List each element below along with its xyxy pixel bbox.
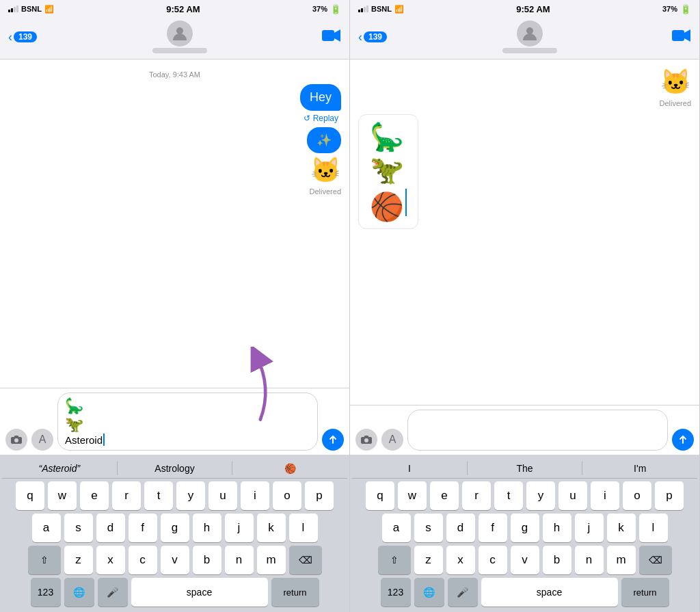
key-e-left[interactable]: e [80, 481, 109, 510]
key-o-right[interactable]: o [623, 481, 651, 510]
key-f-left[interactable]: f [129, 514, 157, 542]
app-button-right[interactable]: A [381, 429, 403, 451]
key-123-left[interactable]: 123 [31, 578, 61, 607]
key-shift-right[interactable]: ⇧ [378, 546, 411, 574]
key-r-right[interactable]: r [462, 481, 491, 510]
key-v-left[interactable]: v [161, 546, 189, 574]
video-call-button-left[interactable] [322, 29, 341, 46]
key-s-left[interactable]: s [64, 514, 93, 542]
key-p-left[interactable]: p [305, 481, 334, 510]
back-badge-left[interactable]: 139 [14, 31, 37, 42]
key-backspace-left[interactable]: ⌫ [289, 546, 322, 574]
key-space-left[interactable]: space [131, 578, 268, 607]
key-m-left[interactable]: m [257, 546, 286, 574]
key-e-right[interactable]: e [430, 481, 459, 510]
autocorrect-3-left[interactable]: 🏀 [232, 462, 347, 475]
key-r-left[interactable]: r [112, 481, 141, 510]
key-k-left[interactable]: k [257, 514, 286, 542]
video-call-button-right[interactable] [672, 29, 691, 46]
wifi-icon: 📶 [44, 5, 54, 14]
key-t-left[interactable]: t [144, 481, 173, 510]
key-u-right[interactable]: u [558, 481, 587, 510]
key-q-right[interactable]: q [366, 481, 394, 510]
key-space-right[interactable]: space [481, 578, 618, 607]
key-return-left[interactable]: return [271, 578, 319, 607]
key-globe-right[interactable]: 🌐 [414, 578, 444, 607]
key-q-left[interactable]: q [16, 481, 44, 510]
input-text-left[interactable]: Asteroid [65, 434, 310, 446]
back-button-left[interactable]: ‹ 139 [8, 30, 37, 44]
autocorrect-1-left[interactable]: “Asteroid” [2, 462, 118, 475]
key-j-right[interactable]: j [575, 514, 604, 542]
input-emoji-left: 🦕🦖 [65, 397, 310, 434]
autocorrect-1-right[interactable]: I [352, 462, 468, 475]
key-i-left[interactable]: i [241, 481, 269, 510]
key-n-left[interactable]: n [225, 546, 254, 574]
key-globe-left[interactable]: 🌐 [64, 578, 94, 607]
autocorrect-2-left[interactable]: Astrology [118, 462, 233, 475]
key-u-left[interactable]: u [208, 481, 237, 510]
send-button-right[interactable] [672, 429, 694, 451]
key-z-right[interactable]: z [414, 546, 443, 574]
camera-button-right[interactable] [355, 429, 377, 451]
message-input-right[interactable] [407, 410, 668, 451]
key-j-left[interactable]: j [225, 514, 254, 542]
key-n-right[interactable]: n [575, 546, 604, 574]
key-h-right[interactable]: h [543, 514, 571, 542]
key-a-left[interactable]: a [32, 514, 61, 542]
key-x-right[interactable]: x [446, 546, 475, 574]
battery-icon-right: 🔋 [680, 4, 691, 14]
bubble-effect [307, 127, 341, 153]
app-button-left[interactable]: A [31, 429, 53, 451]
back-button-right[interactable]: ‹ 139 [358, 30, 387, 44]
key-y-right[interactable]: y [526, 481, 555, 510]
key-l-left[interactable]: l [289, 514, 318, 542]
key-w-left[interactable]: w [48, 481, 77, 510]
key-shift-left[interactable]: ⇧ [28, 546, 61, 574]
camera-button-left[interactable] [5, 429, 27, 451]
replay-label[interactable]: ↺ Replay [8, 114, 341, 123]
key-y-left[interactable]: y [176, 481, 205, 510]
key-g-left[interactable]: g [161, 514, 189, 542]
key-b-left[interactable]: b [193, 546, 221, 574]
key-d-left[interactable]: d [96, 514, 125, 542]
key-l-right[interactable]: l [639, 514, 668, 542]
avatar-left [167, 21, 193, 46]
message-input-left[interactable]: 🦕🦖 Asteroid [57, 393, 318, 451]
contact-info-left[interactable] [152, 21, 207, 53]
back-badge-right[interactable]: 139 [364, 31, 387, 42]
key-c-right[interactable]: c [479, 546, 507, 574]
key-x-left[interactable]: x [96, 546, 125, 574]
key-a-right[interactable]: a [382, 514, 411, 542]
key-row-bottom-left: 123 🌐 🎤 space return [2, 578, 347, 607]
wifi-icon-right: 📶 [394, 5, 404, 14]
battery-pct-left: 37% [312, 5, 327, 13]
key-m-right[interactable]: m [607, 546, 636, 574]
key-mic-left[interactable]: 🎤 [98, 578, 128, 607]
key-w-right[interactable]: w [398, 481, 427, 510]
key-g-right[interactable]: g [511, 514, 539, 542]
key-c-left[interactable]: c [129, 546, 157, 574]
send-button-left[interactable] [322, 429, 344, 451]
key-z-left[interactable]: z [64, 546, 93, 574]
key-f-right[interactable]: f [479, 514, 507, 542]
contact-info-right[interactable] [502, 21, 557, 53]
input-bar-right: A [350, 405, 699, 455]
status-right: 37% 🔋 [312, 4, 341, 14]
key-h-left[interactable]: h [193, 514, 221, 542]
key-s-right[interactable]: s [414, 514, 443, 542]
key-mic-right[interactable]: 🎤 [448, 578, 478, 607]
key-p-right[interactable]: p [655, 481, 684, 510]
key-o-left[interactable]: o [273, 481, 301, 510]
key-i-right[interactable]: i [591, 481, 619, 510]
autocorrect-3-right[interactable]: I'm [582, 462, 697, 475]
key-k-right[interactable]: k [607, 514, 636, 542]
key-backspace-right[interactable]: ⌫ [639, 546, 672, 574]
key-return-right[interactable]: return [621, 578, 669, 607]
key-t-right[interactable]: t [494, 481, 523, 510]
key-b-right[interactable]: b [543, 546, 571, 574]
autocorrect-2-right[interactable]: The [468, 462, 583, 475]
key-d-right[interactable]: d [446, 514, 475, 542]
key-123-right[interactable]: 123 [381, 578, 411, 607]
key-v-right[interactable]: v [511, 546, 539, 574]
